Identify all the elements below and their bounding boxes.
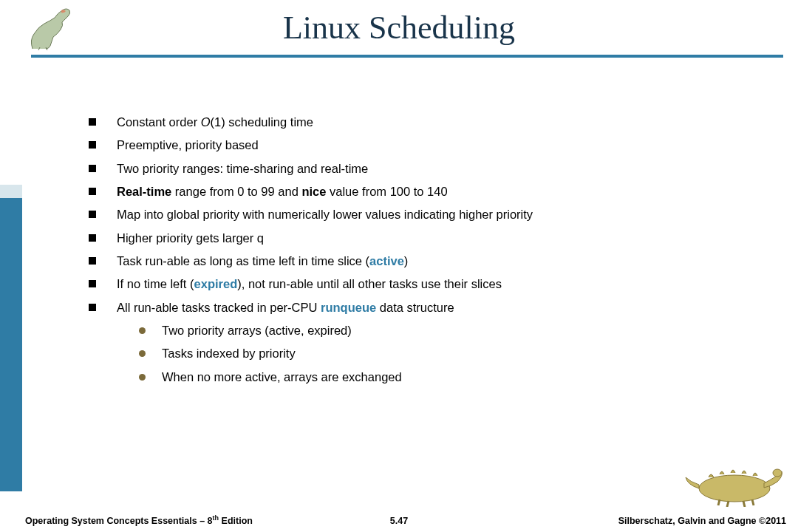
bullet-text: Map into global priority with numericall… (117, 203, 533, 226)
footer: Operating System Concepts Essentials – 8… (0, 511, 798, 526)
svg-line-2 (718, 499, 720, 505)
left-light-stripe (0, 185, 22, 198)
sub-bullet-text: Two priority arrays (active, expired) (162, 319, 352, 342)
bullet-item: All run-able tasks tracked in per-CPU ru… (89, 296, 754, 319)
bullet-text: If no time left (expired), not run-able … (117, 273, 502, 296)
svg-line-4 (743, 501, 745, 507)
square-bullet-icon (89, 141, 96, 149)
bullet-item: Higher priority gets larger q (89, 227, 754, 250)
square-bullet-icon (89, 257, 96, 265)
bullet-item: Constant order O(1) scheduling time (89, 111, 754, 134)
square-bullet-icon (89, 165, 96, 172)
bullet-item: Two priority ranges: time-sharing and re… (89, 157, 754, 180)
left-blue-stripe (0, 185, 22, 491)
sub-bullet-item: Tasks indexed by priority (139, 342, 754, 365)
dot-bullet-icon (139, 350, 146, 357)
bullet-text: Higher priority gets larger q (117, 227, 264, 250)
square-bullet-icon (89, 234, 96, 242)
bullet-item: Map into global priority with numericall… (89, 203, 754, 226)
bullet-text: Constant order O(1) scheduling time (117, 111, 313, 134)
bullet-text: Real-time range from 0 to 99 and nice va… (117, 180, 448, 203)
square-bullet-icon (89, 211, 96, 218)
bullet-text: Preemptive, priority based (117, 134, 259, 157)
slide-title: Linux Scheduling (0, 9, 798, 47)
square-bullet-icon (89, 280, 96, 287)
dot-bullet-icon (139, 374, 146, 381)
dot-bullet-icon (139, 327, 146, 334)
sub-bullet-text: When no more active, arrays are exchange… (162, 366, 402, 389)
bullet-list: Constant order O(1) scheduling time Pree… (89, 111, 754, 389)
footer-right: Silberschatz, Galvin and Gagne ©2011 (618, 516, 786, 526)
bullet-item: Preemptive, priority based (89, 134, 754, 157)
bullet-item: If no time left (expired), not run-able … (89, 273, 754, 296)
square-bullet-icon (89, 188, 96, 195)
title-underline (31, 55, 783, 58)
svg-point-1 (773, 469, 782, 477)
bullet-text: Two priority ranges: time-sharing and re… (117, 157, 368, 180)
sub-bullet-text: Tasks indexed by priority (162, 342, 296, 365)
bullet-item: Real-time range from 0 to 99 and nice va… (89, 180, 754, 203)
slide: Linux Scheduling Constant order O(1) sch… (0, 0, 798, 532)
square-bullet-icon (89, 118, 96, 126)
svg-line-3 (727, 501, 729, 507)
bullet-text: All run-able tasks tracked in per-CPU ru… (117, 296, 454, 319)
sub-bullet-item: Two priority arrays (active, expired) (139, 319, 754, 342)
svg-point-0 (699, 475, 770, 502)
bullet-text: Task run-able as long as time left in ti… (117, 250, 408, 273)
square-bullet-icon (89, 304, 96, 311)
bullet-item: Task run-able as long as time left in ti… (89, 250, 754, 273)
sub-bullet-item: When no more active, arrays are exchange… (139, 366, 754, 389)
dinosaur-bottom-image (683, 455, 786, 507)
svg-line-5 (752, 499, 754, 505)
